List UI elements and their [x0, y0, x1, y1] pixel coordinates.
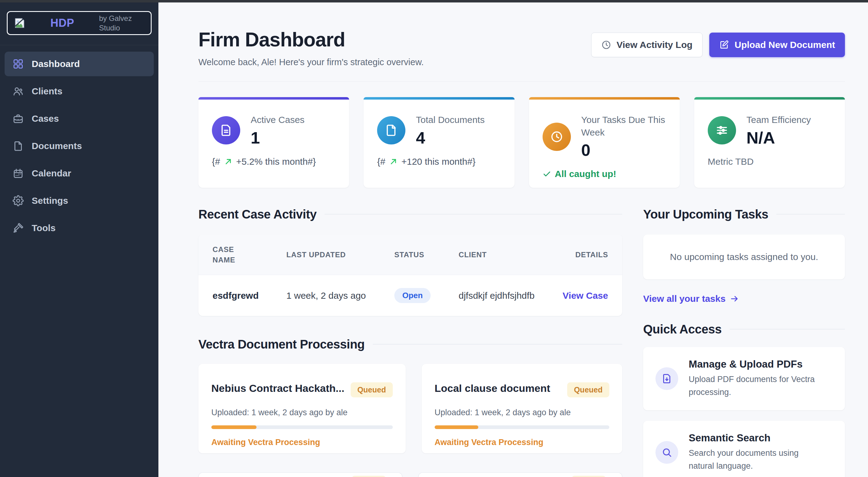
progress-fill	[211, 425, 256, 429]
cell-status: Open	[380, 275, 444, 316]
vectra-cards-row: Nebius Contract Hackath... Queued Upload…	[198, 364, 622, 453]
gear-icon	[12, 195, 24, 206]
sidebar-item-documents[interactable]: Documents	[5, 134, 154, 158]
quick-access-semantic-search[interactable]: Semantic Search Search your documents us…	[643, 421, 845, 477]
stat-card-total-documents: Total Documents 4 {# +120 this month#}	[364, 97, 514, 188]
sidebar-item-clients[interactable]: Clients	[5, 79, 154, 104]
view-all-tasks-label: View all your tasks	[643, 294, 725, 304]
sidebar-item-label: Documents	[32, 141, 82, 151]
col-status: Status	[380, 235, 444, 275]
cell-details: View Case	[546, 275, 622, 316]
sidebar-item-label: Cases	[32, 113, 59, 124]
stat-label: Total Documents	[416, 114, 485, 126]
quick-access-manage-pdfs[interactable]: Manage & Upload PDFs Upload PDF document…	[643, 347, 845, 410]
file-icon	[377, 116, 405, 144]
stat-value: N/A	[746, 128, 811, 147]
upcoming-tasks-card: No upcoming tasks assigned to you.	[643, 235, 845, 279]
queued-badge-partial	[571, 476, 606, 477]
brand-name: HDP	[30, 16, 95, 30]
stats-row: Active Cases 1 {# +5.2% this month#}	[198, 97, 845, 188]
left-column: Recent Case Activity Case Name Last Upda…	[198, 207, 622, 477]
vectra-uploaded-text: Uploaded: 1 week, 2 days ago by ale	[435, 408, 609, 417]
section-rule	[776, 214, 845, 214]
sidebar-item-dashboard[interactable]: Dashboard	[5, 52, 154, 76]
view-activity-log-label: View Activity Log	[617, 40, 693, 50]
trend-up-icon	[389, 157, 398, 166]
queued-badge: Queued	[351, 382, 393, 398]
calendar-icon	[12, 168, 24, 179]
quick-access-title: Quick Access	[643, 322, 721, 336]
col-details: Details	[546, 235, 622, 275]
sidebar-item-label: Settings	[32, 196, 68, 206]
status-badge: Open	[394, 288, 431, 303]
view-activity-log-button[interactable]: View Activity Log	[591, 33, 703, 57]
clock-icon	[542, 123, 571, 151]
sidebar-item-calendar[interactable]: Calendar	[5, 161, 154, 185]
table-header-row: Case Name Last Updated Status Client Det…	[198, 235, 622, 275]
vectra-card[interactable]: Nebius Contract Hackath... Queued Upload…	[198, 364, 406, 453]
view-all-tasks-link[interactable]: View all your tasks	[643, 294, 845, 304]
page-header: Firm Dashboard Welcome back, Ale! Here's…	[198, 28, 845, 67]
sidebar-item-label: Dashboard	[32, 59, 80, 69]
right-column: Your Upcoming Tasks No upcoming tasks as…	[643, 207, 845, 477]
progress-bar	[435, 425, 609, 429]
brand-byline: by Galvez Studio	[99, 13, 145, 33]
header-divider	[198, 81, 845, 82]
quick-access-item-desc: Search your documents using natural lang…	[689, 447, 818, 473]
briefcase-icon	[12, 113, 24, 124]
stat-value: 1	[251, 128, 305, 147]
quick-access-item-title: Manage & Upload PDFs	[689, 359, 818, 370]
table-row: esdfgrewd 1 week, 2 days ago Open djfsdk…	[198, 275, 622, 316]
sidebar-item-cases[interactable]: Cases	[5, 106, 154, 131]
col-client: Client	[444, 235, 546, 275]
footnote-text: Metric TBD	[708, 157, 753, 167]
progress-fill	[435, 425, 478, 429]
pen-square-icon	[719, 40, 729, 50]
vectra-status-text: Awaiting Vectra Processing	[211, 438, 393, 447]
vectra-card-partial[interactable]	[198, 472, 402, 477]
check-icon	[542, 170, 551, 178]
sidebar-item-label: Tools	[32, 223, 56, 233]
stat-footnote: {# +120 this month#}	[377, 157, 501, 167]
footnote-text: +120 this month#}	[401, 157, 475, 167]
clock-icon	[601, 40, 611, 50]
sidebar-item-settings[interactable]: Settings	[5, 189, 154, 213]
upload-new-document-button[interactable]: Upload New Document	[709, 33, 845, 57]
recent-activity-table-card: Case Name Last Updated Status Client Det…	[198, 235, 622, 316]
vectra-title: Vectra Document Processing	[198, 337, 365, 351]
stat-footnote: Metric TBD	[708, 157, 831, 167]
file-download-icon	[655, 367, 678, 390]
view-case-link[interactable]: View Case	[563, 291, 608, 301]
gavel-icon	[12, 223, 24, 234]
sidebar-item-label: Clients	[32, 86, 62, 97]
stat-value: 4	[416, 128, 485, 147]
vectra-card[interactable]: Local clause document Queued Uploaded: 1…	[422, 364, 622, 453]
document-icon	[12, 140, 24, 151]
sidebar-item-tools[interactable]: Tools	[5, 216, 154, 240]
cell-last-updated: 1 week, 2 days ago	[272, 275, 380, 316]
quick-access-item-desc: Upload PDF documents for Vectra processi…	[689, 373, 818, 399]
stat-label: Your Tasks Due This Week	[581, 114, 666, 139]
vectra-doc-title: Local clause document	[435, 382, 550, 394]
header-actions: View Activity Log Upload New Document	[591, 33, 845, 57]
logo-box[interactable]: HDP by Galvez Studio	[7, 11, 152, 35]
vectra-uploaded-text: Uploaded: 1 week, 2 days ago by ale	[211, 408, 393, 417]
users-icon	[12, 86, 24, 97]
quick-access-header: Quick Access	[643, 322, 845, 337]
sidebar-nav: Dashboard Clients Cases Documents	[0, 45, 158, 240]
upload-new-document-label: Upload New Document	[735, 40, 835, 50]
vectra-status-text: Awaiting Vectra Processing	[435, 438, 609, 447]
footnote-prefix: {#	[377, 157, 385, 167]
quick-access-item-title: Semantic Search	[689, 432, 818, 444]
grid-icon	[12, 58, 24, 69]
broken-image-icon	[13, 17, 26, 29]
trend-up-icon	[224, 157, 232, 166]
stat-footnote: {# +5.2% this month#}	[212, 157, 336, 167]
vectra-card-partial[interactable]	[418, 472, 622, 477]
recent-activity-header: Recent Case Activity	[198, 207, 622, 222]
progress-bar	[211, 425, 393, 429]
search-icon	[655, 441, 678, 464]
cell-client: djfsdkjf ejdhfsjhdfb	[444, 275, 546, 316]
footnote-prefix: {#	[212, 157, 220, 167]
upcoming-tasks-header: Your Upcoming Tasks	[643, 207, 845, 222]
